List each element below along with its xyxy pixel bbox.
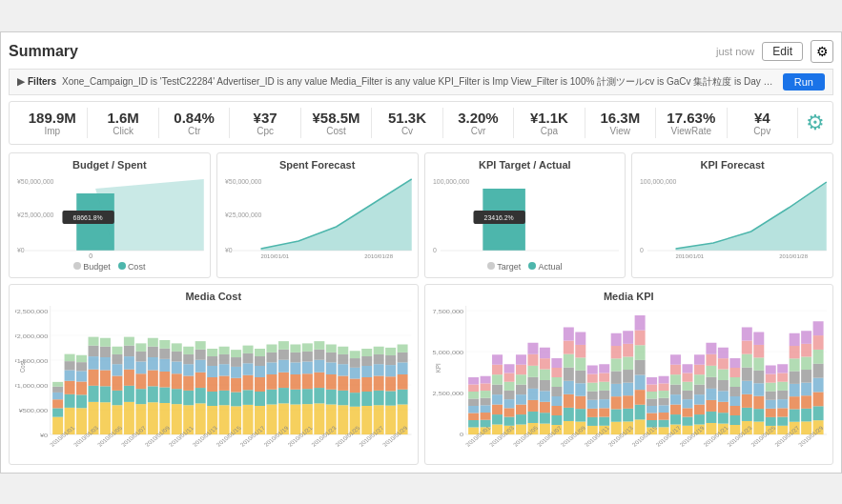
svg-rect-217 [385, 347, 396, 354]
svg-text:¥0: ¥0 [17, 246, 25, 252]
svg-rect-123 [207, 392, 217, 406]
bottom-chart-title-0: Media Cost [15, 291, 412, 302]
chart-title-3: KPI Forecast [638, 159, 827, 171]
metric-ctr: 0.84%Ctr [159, 108, 230, 138]
svg-rect-349 [610, 383, 621, 395]
svg-rect-121 [195, 341, 206, 350]
svg-rect-64 [89, 369, 99, 385]
svg-rect-453 [765, 399, 775, 408]
svg-text:KPI: KPI [434, 363, 442, 373]
svg-rect-72 [100, 346, 111, 356]
settings-button[interactable]: ⚙ [811, 40, 833, 63]
svg-text:23416.2%: 23416.2% [483, 213, 513, 220]
svg-rect-108 [172, 351, 182, 361]
svg-rect-73 [100, 337, 111, 346]
svg-rect-423 [717, 369, 728, 379]
svg-rect-212 [385, 405, 396, 433]
metrics-gear-icon[interactable]: ⚙ [806, 111, 825, 134]
svg-rect-207 [374, 390, 384, 404]
svg-rect-395 [682, 416, 692, 425]
svg-rect-144 [243, 353, 254, 362]
svg-rect-342 [599, 390, 609, 398]
svg-rect-130 [219, 375, 230, 390]
svg-rect-488 [812, 335, 823, 350]
chart-title-1: Spent Forecast [223, 159, 412, 171]
svg-rect-99 [159, 387, 170, 403]
svg-rect-316 [563, 393, 573, 407]
svg-rect-468 [789, 396, 799, 409]
svg-rect-47 [52, 392, 63, 398]
svg-rect-284 [515, 404, 525, 413]
svg-rect-171 [302, 389, 313, 404]
svg-rect-454 [765, 391, 775, 399]
svg-rect-268 [492, 404, 503, 413]
filter-text: Xone_Campaign_ID is 'TestC22284' Adverti… [62, 75, 777, 89]
svg-text:¥500,000: ¥500,000 [19, 407, 49, 413]
svg-rect-366 [634, 359, 645, 374]
svg-text:¥2,000,000: ¥2,000,000 [15, 333, 49, 338]
svg-rect-167 [290, 362, 300, 374]
svg-rect-348 [610, 396, 621, 409]
svg-rect-484 [812, 392, 823, 406]
svg-rect-252 [468, 413, 479, 420]
svg-rect-162 [278, 349, 289, 359]
svg-rect-457 [765, 365, 775, 373]
svg-rect-142 [243, 374, 254, 390]
bottom-charts: Media Cost ¥2,500,000¥2,000,000¥1,500,00… [9, 284, 833, 465]
svg-rect-278 [503, 390, 514, 398]
svg-rect-359 [623, 356, 633, 370]
svg-rect-294 [527, 376, 538, 388]
svg-rect-287 [515, 374, 525, 384]
svg-rect-313 [551, 358, 562, 368]
svg-rect-390 [670, 384, 681, 393]
svg-text:100,000,000: 100,000,000 [432, 177, 469, 184]
svg-marker-13 [260, 179, 411, 251]
svg-rect-431 [729, 377, 740, 387]
svg-rect-308 [551, 406, 562, 415]
svg-rect-92 [148, 402, 158, 434]
svg-rect-197 [350, 367, 360, 378]
svg-rect-221 [398, 362, 408, 374]
svg-rect-82 [124, 369, 134, 385]
svg-rect-209 [374, 364, 384, 375]
svg-rect-331 [586, 416, 597, 425]
svg-rect-263 [480, 391, 490, 398]
svg-rect-136 [231, 377, 241, 392]
run-button[interactable]: Run [783, 73, 825, 91]
svg-rect-49 [52, 381, 63, 386]
svg-rect-401 [682, 364, 692, 373]
svg-rect-214 [385, 376, 396, 391]
svg-rect-295 [527, 365, 538, 376]
svg-text:¥50,000,000: ¥50,000,000 [17, 177, 54, 184]
svg-rect-190 [338, 375, 348, 390]
svg-rect-307 [551, 415, 562, 425]
header-right: just now Edit ⚙ [716, 40, 833, 63]
svg-rect-79 [112, 346, 122, 353]
svg-rect-355 [623, 408, 633, 421]
svg-rect-432 [729, 368, 740, 377]
svg-rect-271 [492, 374, 503, 384]
svg-rect-81 [124, 385, 134, 401]
svg-rect-94 [148, 370, 158, 386]
bottom-chart-0: Media Cost ¥2,500,000¥2,000,000¥1,500,00… [9, 284, 419, 465]
svg-rect-336 [586, 373, 597, 382]
chart-legend-2: TargetActual [431, 262, 620, 272]
svg-rect-340 [599, 408, 609, 416]
svg-rect-77 [112, 364, 122, 375]
svg-rect-351 [610, 358, 621, 371]
svg-rect-291 [527, 411, 538, 422]
svg-rect-286 [515, 384, 525, 393]
edit-button[interactable]: Edit [762, 42, 803, 61]
svg-rect-277 [503, 399, 514, 408]
svg-rect-279 [503, 381, 514, 390]
svg-rect-180 [314, 349, 324, 359]
svg-rect-486 [812, 363, 823, 377]
svg-rect-200 [361, 406, 372, 434]
svg-rect-403 [693, 414, 704, 424]
svg-text:2010/01/01: 2010/01/01 [260, 252, 289, 258]
svg-rect-135 [231, 392, 241, 406]
svg-rect-70 [100, 370, 111, 386]
svg-rect-437 [741, 380, 751, 393]
svg-rect-489 [812, 321, 823, 335]
svg-rect-188 [338, 405, 348, 434]
